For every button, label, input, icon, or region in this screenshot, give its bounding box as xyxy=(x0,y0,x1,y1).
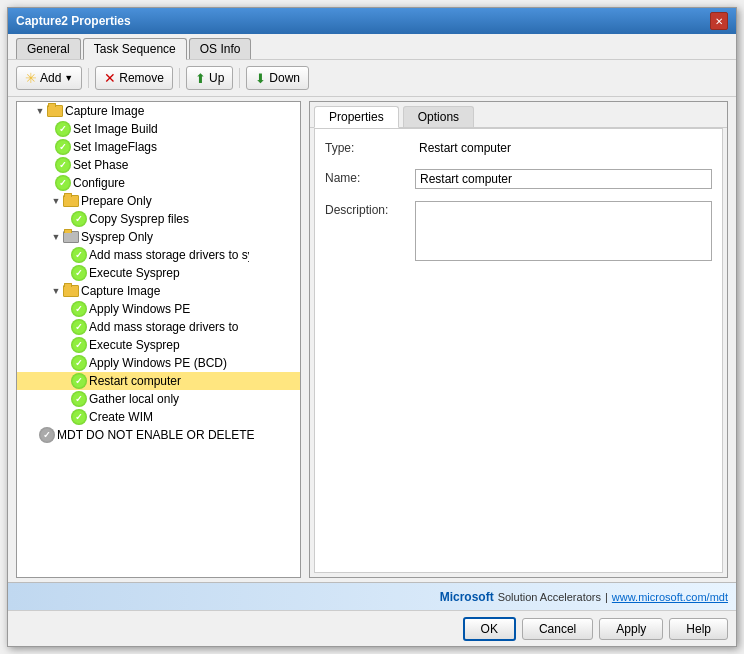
check-icon-execute-sysprep-2: ✓ xyxy=(71,337,87,353)
tab-options[interactable]: Options xyxy=(403,106,474,127)
tree-label: Execute Sysprep xyxy=(89,338,180,352)
tree-scroll: ▼ Capture Image ✓ Set Image Build xyxy=(17,102,300,577)
up-label: Up xyxy=(209,71,224,85)
separator-1 xyxy=(88,68,89,88)
main-content: ▼ Capture Image ✓ Set Image Build xyxy=(8,97,736,582)
tree-item-restart-computer[interactable]: ✓ Restart computer xyxy=(17,372,300,390)
tree-item-add-mass-capture[interactable]: ✓ Add mass storage drivers to sysprep.i xyxy=(17,318,300,336)
up-button[interactable]: ⬆ Up xyxy=(186,66,233,90)
down-button[interactable]: ⬇ Down xyxy=(246,66,309,90)
tree-label: Set ImageFlags xyxy=(73,140,157,154)
tree-item-set-phase[interactable]: ✓ Set Phase xyxy=(17,156,300,174)
check-icon-restart: ✓ xyxy=(71,373,87,389)
tree-label: Create WIM xyxy=(89,410,153,424)
tree-label: Add mass storage drivers to sysprep.i xyxy=(89,320,239,334)
apply-button[interactable]: Apply xyxy=(599,618,663,640)
tree-item-apply-windows-pe-bcd[interactable]: ✓ Apply Windows PE (BCD) xyxy=(17,354,300,372)
tree-item-set-imageflags[interactable]: ✓ Set ImageFlags xyxy=(17,138,300,156)
separator-2 xyxy=(179,68,180,88)
type-value: Restart computer xyxy=(415,139,712,157)
down-label: Down xyxy=(269,71,300,85)
prop-row-desc: Description: xyxy=(325,201,712,261)
tree-item-configure[interactable]: ✓ Configure xyxy=(17,174,300,192)
window-title: Capture2 Properties xyxy=(16,14,131,28)
add-label: Add xyxy=(40,71,61,85)
check-icon-apply-pe-bcd: ✓ xyxy=(71,355,87,371)
tree-item-set-image-build[interactable]: ✓ Set Image Build xyxy=(17,120,300,138)
tab-os-info[interactable]: OS Info xyxy=(189,38,252,59)
expand-icon: ▼ xyxy=(49,194,63,208)
check-icon-apply-windows-pe: ✓ xyxy=(71,301,87,317)
folder-icon-root xyxy=(47,103,63,119)
check-icon-set-imageflags: ✓ xyxy=(55,139,71,155)
tree-item-capture-image-root[interactable]: ▼ Capture Image xyxy=(17,102,300,120)
tab-general[interactable]: General xyxy=(16,38,81,59)
remove-label: Remove xyxy=(119,71,164,85)
check-icon-execute-sysprep-1: ✓ xyxy=(71,265,87,281)
props-body: Type: Restart computer Name: Description… xyxy=(314,128,723,573)
name-input[interactable] xyxy=(415,169,712,189)
tree-label: Set Phase xyxy=(73,158,128,172)
brand-link[interactable]: www.microsoft.com/mdt xyxy=(612,591,728,603)
remove-icon: ✕ xyxy=(104,70,116,86)
ok-button[interactable]: OK xyxy=(463,617,516,641)
check-icon-configure: ✓ xyxy=(55,175,71,191)
add-arrow-icon: ▼ xyxy=(64,73,73,83)
solution-accelerators-label: Solution Accelerators xyxy=(498,591,601,603)
title-bar: Capture2 Properties ✕ xyxy=(8,8,736,34)
tree-label: Execute Sysprep xyxy=(89,266,180,280)
tree-item-sysprep-only[interactable]: ▼ Sysprep Only xyxy=(17,228,300,246)
name-label: Name: xyxy=(325,169,415,185)
check-icon-gather: ✓ xyxy=(71,391,87,407)
close-button[interactable]: ✕ xyxy=(710,12,728,30)
tree-item-apply-windows-pe[interactable]: ✓ Apply Windows PE xyxy=(17,300,300,318)
tree-label: Gather local only xyxy=(89,392,179,406)
tree-item-mdt-do-not[interactable]: ✓ MDT DO NOT ENABLE OR DELETE xyxy=(17,426,300,444)
expand-icon: ▼ xyxy=(33,104,47,118)
prop-row-type: Type: Restart computer xyxy=(325,139,712,157)
down-icon: ⬇ xyxy=(255,71,266,86)
tree-panel[interactable]: ▼ Capture Image ✓ Set Image Build xyxy=(16,101,301,578)
check-icon-set-phase: ✓ xyxy=(55,157,71,173)
right-panel: Properties Options Type: Restart compute… xyxy=(309,101,728,578)
check-icon-add-mass-sysprep: ✓ xyxy=(71,247,87,263)
tree-item-capture-image-sub[interactable]: ▼ Capture Image xyxy=(17,282,300,300)
tree-label: MDT DO NOT ENABLE OR DELETE xyxy=(57,428,255,442)
tab-task-sequence[interactable]: Task Sequence xyxy=(83,38,187,60)
props-tabs: Properties Options xyxy=(310,102,727,128)
tree-label: Apply Windows PE (BCD) xyxy=(89,356,227,370)
folder-icon-capture-sub xyxy=(63,283,79,299)
check-icon-mdt: ✓ xyxy=(39,427,55,443)
add-button[interactable]: ✳ Add ▼ xyxy=(16,66,82,90)
desc-textarea[interactable] xyxy=(415,201,712,261)
up-icon: ⬆ xyxy=(195,71,206,86)
tree-item-create-wim[interactable]: ✓ Create WIM xyxy=(17,408,300,426)
tree-item-execute-sysprep-2[interactable]: ✓ Execute Sysprep xyxy=(17,336,300,354)
microsoft-logo: Microsoft xyxy=(440,590,494,604)
tab-properties[interactable]: Properties xyxy=(314,106,399,128)
check-icon-add-mass-capture: ✓ xyxy=(71,319,87,335)
expand-icon: ▼ xyxy=(49,284,63,298)
main-tabs: General Task Sequence OS Info xyxy=(8,34,736,60)
tree-item-execute-sysprep-1[interactable]: ✓ Execute Sysprep xyxy=(17,264,300,282)
folder-icon-prepare-only xyxy=(63,193,79,209)
expand-icon: ▼ xyxy=(49,230,63,244)
tree-label: Copy Sysprep files xyxy=(89,212,189,226)
tree-item-prepare-only[interactable]: ▼ Prepare Only xyxy=(17,192,300,210)
branding-bar: Microsoft Solution Accelerators | www.mi… xyxy=(8,582,736,610)
tree-item-gather-local[interactable]: ✓ Gather local only xyxy=(17,390,300,408)
check-icon-create-wim: ✓ xyxy=(71,409,87,425)
tree-item-copy-sysprep[interactable]: ✓ Copy Sysprep files xyxy=(17,210,300,228)
tree-label: Configure xyxy=(73,176,125,190)
tree-label: Prepare Only xyxy=(81,194,152,208)
check-icon-set-image-build: ✓ xyxy=(55,121,71,137)
remove-button[interactable]: ✕ Remove xyxy=(95,66,173,90)
tree-label: Capture Image xyxy=(81,284,160,298)
help-button[interactable]: Help xyxy=(669,618,728,640)
tree-label: Restart computer xyxy=(89,374,181,388)
add-star-icon: ✳ xyxy=(25,70,37,86)
type-label: Type: xyxy=(325,139,415,155)
cancel-button[interactable]: Cancel xyxy=(522,618,593,640)
tree-item-add-mass-sysprep[interactable]: ✓ Add mass storage drivers to sysprep.i xyxy=(17,246,300,264)
prop-row-name: Name: xyxy=(325,169,712,189)
